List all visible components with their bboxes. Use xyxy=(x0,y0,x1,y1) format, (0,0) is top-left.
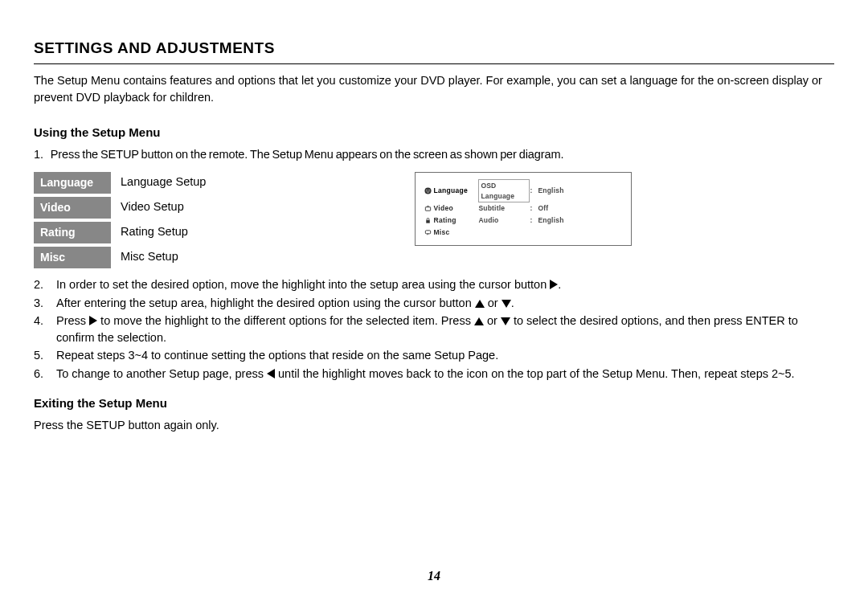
category-list: Language Language Setup Video Video Setu… xyxy=(34,172,206,268)
diagram-row-misc: Misc xyxy=(422,227,624,239)
diagram-label: Rating xyxy=(433,215,478,226)
svg-rect-5 xyxy=(425,230,430,233)
tv-icon xyxy=(422,205,433,212)
cat-rating-desc: Rating Setup xyxy=(121,223,206,241)
steps-list: 2. In order to set the desired option, m… xyxy=(34,276,834,383)
step-text: After entering the setup area, highlight… xyxy=(56,295,834,312)
speech-icon xyxy=(422,229,433,236)
step-3: 3. After entering the setup area, highli… xyxy=(34,295,834,313)
svg-point-0 xyxy=(424,187,431,194)
setup-diagram: Language OSD Language : English Video Su… xyxy=(415,172,632,246)
triangle-down-icon xyxy=(501,317,510,325)
cat-video-desc: Video Setup xyxy=(121,198,206,216)
step-1-text: Press the SETUP button on the remote. Th… xyxy=(51,148,564,161)
triangle-left-icon xyxy=(267,369,275,378)
step-5: 5. Repeat steps 3~4 to continue setting … xyxy=(34,347,834,365)
page-title: SETTINGS AND ADJUSTMENTS xyxy=(34,37,834,64)
step-6: 6. To change to another Setup page, pres… xyxy=(34,366,834,383)
svg-point-1 xyxy=(426,190,427,190)
exiting-setup-heading: Exiting the Setup Menu xyxy=(34,395,834,413)
diagram-col: Subtitle xyxy=(478,203,530,214)
using-setup-heading: Using the Setup Menu xyxy=(34,124,834,142)
step-number: 4. xyxy=(34,313,56,330)
svg-rect-4 xyxy=(426,220,430,223)
svg-rect-3 xyxy=(425,207,430,211)
triangle-down-icon xyxy=(502,300,511,308)
cat-language-desc: Language Setup xyxy=(121,174,206,191)
triangle-right-icon xyxy=(89,316,97,325)
svg-point-2 xyxy=(428,190,429,190)
diagram-col: Audio xyxy=(478,215,530,226)
step-text: In order to set the desired option, move… xyxy=(56,276,834,293)
cat-language-label: Language xyxy=(34,172,111,194)
exit-text: Press the SETUP button again only. xyxy=(34,417,834,435)
diagram-row-rating: Rating Audio : English xyxy=(422,215,624,227)
diagram-val: English xyxy=(538,186,624,196)
step-number: 3. xyxy=(34,295,56,313)
step-number: 5. xyxy=(34,347,56,365)
step-text: Press to move the highlight to the diffe… xyxy=(56,313,834,346)
diagram-val: English xyxy=(538,215,624,226)
diagram-val: Off xyxy=(538,203,624,214)
triangle-right-icon xyxy=(550,280,558,289)
cat-misc-desc: Misc Setup xyxy=(121,248,206,266)
lock-icon xyxy=(422,217,433,224)
diagram-row-video: Video Subtitle : Off xyxy=(422,202,624,215)
page-number: 14 xyxy=(0,566,868,586)
diagram-row-language: Language OSD Language : English xyxy=(422,179,624,203)
step-2: 2. In order to set the desired option, m… xyxy=(34,276,834,294)
step-number: 6. xyxy=(34,366,56,383)
triangle-up-icon xyxy=(475,300,485,308)
cat-rating-label: Rating xyxy=(34,222,111,243)
cat-misc-label: Misc xyxy=(34,247,111,268)
cat-video-label: Video xyxy=(34,197,111,219)
intro-paragraph: The Setup Menu contains features and opt… xyxy=(34,72,834,106)
step-text: To change to another Setup page, press u… xyxy=(56,366,834,382)
step-1: 1. Press the SETUP button on the remote.… xyxy=(34,146,834,164)
diagram-label: Misc xyxy=(433,227,478,238)
diagram-label: Video xyxy=(433,203,478,214)
diagram-col: OSD Language xyxy=(478,179,530,203)
step-1-number: 1. xyxy=(34,148,43,161)
diagram-label: Language xyxy=(433,186,478,196)
smiley-icon xyxy=(422,187,433,194)
triangle-up-icon xyxy=(474,317,484,325)
step-number: 2. xyxy=(34,276,56,294)
mid-row: Language Language Setup Video Video Setu… xyxy=(34,172,834,268)
step-text: Repeat steps 3~4 to continue setting the… xyxy=(56,347,834,364)
step-4: 4. Press to move the highlight to the di… xyxy=(34,313,834,346)
